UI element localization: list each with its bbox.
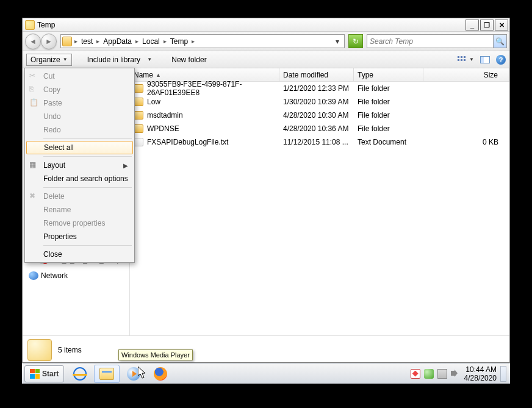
file-date: 1/21/2020 12:33 PM [283, 84, 358, 93]
search-icon[interactable]: 🔍 [493, 35, 506, 48]
file-type: File folder [358, 111, 427, 120]
tooltip: Windows Media Player [118, 349, 193, 360]
tray-volume-icon[interactable] [451, 369, 461, 379]
menu-select-all[interactable]: Select all [26, 141, 133, 154]
menu-properties[interactable]: Properties [26, 230, 133, 243]
address-box[interactable]: ▸ test ▸ AppData ▸ Local ▸ Temp ▸ ▾ [60, 34, 345, 48]
file-name: WPDNSE [147, 124, 283, 133]
menu-close[interactable]: Close [26, 248, 133, 261]
help-icon[interactable]: ? [496, 55, 506, 65]
cut-icon: ✂ [29, 71, 39, 81]
taskbar-clock[interactable]: 10:44 AM 4/28/2020 [464, 365, 497, 382]
menu-folder-options[interactable]: Folder and search options [26, 172, 133, 185]
sort-asc-icon: ▲ [156, 72, 161, 78]
include-in-library-button[interactable]: Include in library ▼ [83, 54, 157, 66]
file-name: 93055FB9-F3EE-4599-871F-26AF01E39EE8 [147, 80, 283, 97]
column-type[interactable]: Type [354, 68, 423, 81]
file-row[interactable]: Low1/30/2020 10:39 AMFile folder [130, 95, 509, 109]
breadcrumb-segment[interactable]: AppData [99, 35, 135, 48]
column-size[interactable]: Size [423, 68, 509, 81]
menu-layout[interactable]: ▦Layout▶ [26, 159, 133, 172]
chevron-right-icon[interactable]: ▸ [192, 38, 195, 45]
minimize-button[interactable]: _ [466, 20, 479, 30]
menu-delete[interactable]: ✖Delete [26, 190, 133, 203]
sidebar-item-network[interactable]: Network [23, 270, 129, 281]
address-dropdown-icon[interactable]: ▾ [332, 37, 343, 46]
start-label: Start [42, 370, 59, 378]
refresh-button[interactable]: ↻ [348, 34, 363, 48]
search-box[interactable]: 🔍 [367, 34, 507, 48]
column-name[interactable]: Name▲ [130, 68, 279, 81]
taskbar-explorer[interactable] [94, 365, 120, 383]
wmp-icon [127, 367, 140, 381]
folder-icon [134, 111, 143, 120]
file-name: Low [147, 98, 283, 106]
file-row[interactable]: 93055FB9-F3EE-4599-871F-26AF01E39EE81/21… [130, 82, 509, 95]
organize-button[interactable]: Organize▼ [26, 54, 72, 66]
tray-network-icon[interactable] [437, 369, 447, 379]
title-bar[interactable]: Temp _ ❐ ✕ [23, 18, 509, 32]
breadcrumb-segment[interactable]: test [77, 35, 96, 48]
folder-icon [134, 84, 143, 93]
view-options-button[interactable]: ▼ [458, 56, 474, 63]
file-row[interactable]: WPDNSE4/28/2020 10:36 AMFile folder [130, 122, 509, 135]
taskbar[interactable]: Start 10:44 AM 4/28/2020 [22, 363, 510, 384]
file-name: FXSAPIDebugLogFile.txt [147, 138, 283, 146]
preview-pane-button[interactable] [480, 56, 490, 63]
ie-icon [73, 367, 87, 381]
file-date: 4/28/2020 10:36 AM [283, 124, 358, 133]
close-button[interactable]: ✕ [495, 20, 508, 30]
menu-cut[interactable]: ✂Cut [26, 70, 133, 83]
item-count-label: 5 items [58, 346, 82, 354]
breadcrumb-segment[interactable]: Local [138, 35, 164, 48]
submenu-arrow-icon: ▶ [123, 162, 128, 169]
maximize-button[interactable]: ❐ [480, 20, 494, 30]
start-button[interactable]: Start [24, 365, 64, 382]
breadcrumb-segment[interactable]: Temp [167, 35, 192, 48]
system-tray[interactable]: 10:44 AM 4/28/2020 [411, 365, 510, 382]
nav-back-button[interactable]: ◄ [25, 34, 41, 49]
delete-icon: ✖ [29, 191, 39, 201]
file-type: File folder [358, 98, 427, 106]
show-desktop-button[interactable] [500, 366, 506, 382]
column-date[interactable]: Date modified [279, 68, 354, 81]
file-row[interactable]: msdtadmin4/28/2020 10:30 AMFile folder [130, 109, 509, 122]
file-row[interactable]: FXSAPIDebugLogFile.txt11/12/2015 11:08 .… [130, 135, 509, 149]
organize-label: Organize [31, 55, 60, 64]
menu-copy[interactable]: ⎘Copy [26, 83, 133, 96]
file-size: 0 KB [427, 138, 509, 146]
search-input[interactable] [367, 37, 493, 46]
folder-icon [62, 37, 72, 46]
taskbar-ie[interactable] [67, 365, 93, 383]
sidebar-item-label: Network [41, 271, 68, 280]
menu-undo[interactable]: Undo [26, 110, 133, 123]
file-date: 1/30/2020 10:39 AM [283, 98, 358, 106]
tray-security-icon[interactable] [411, 369, 420, 379]
address-bar-row: ◄ ► ▸ test ▸ AppData ▸ Local ▸ Temp ▸ ▾ … [23, 32, 509, 51]
tray-removable-icon[interactable] [424, 369, 434, 379]
menu-rename[interactable]: Rename [26, 203, 133, 217]
window-title: Temp [37, 21, 55, 29]
document-icon [134, 138, 143, 146]
new-folder-button[interactable]: New folder [167, 54, 210, 66]
taskbar-firefox[interactable] [148, 365, 173, 383]
menu-paste[interactable]: 📋Paste [26, 96, 133, 110]
layout-icon: ▦ [29, 160, 39, 170]
file-date: 4/28/2020 10:30 AM [283, 111, 358, 120]
file-list[interactable]: Name▲ Date modified Type Size 93055FB9-F… [130, 68, 509, 335]
folder-icon [27, 339, 52, 361]
clock-date: 4/28/2020 [464, 374, 497, 382]
menu-redo[interactable]: Redo [26, 123, 133, 137]
organize-menu: ✂Cut ⎘Copy 📋Paste Undo Redo Select all ▦… [24, 68, 135, 263]
include-label: Include in library [87, 55, 140, 64]
toolbar: Organize▼ Include in library ▼ New folde… [23, 51, 509, 68]
menu-remove-properties[interactable]: Remove properties [26, 217, 133, 230]
file-date: 11/12/2015 11:08 ... [283, 138, 358, 146]
file-type: Text Document [358, 138, 427, 146]
details-pane: 5 items [23, 335, 509, 363]
taskbar-wmp[interactable] [121, 365, 146, 383]
file-explorer-icon [99, 368, 114, 380]
nav-forward-button[interactable]: ► [41, 34, 57, 49]
copy-icon: ⎘ [29, 85, 39, 95]
windows-logo-icon [30, 369, 40, 379]
